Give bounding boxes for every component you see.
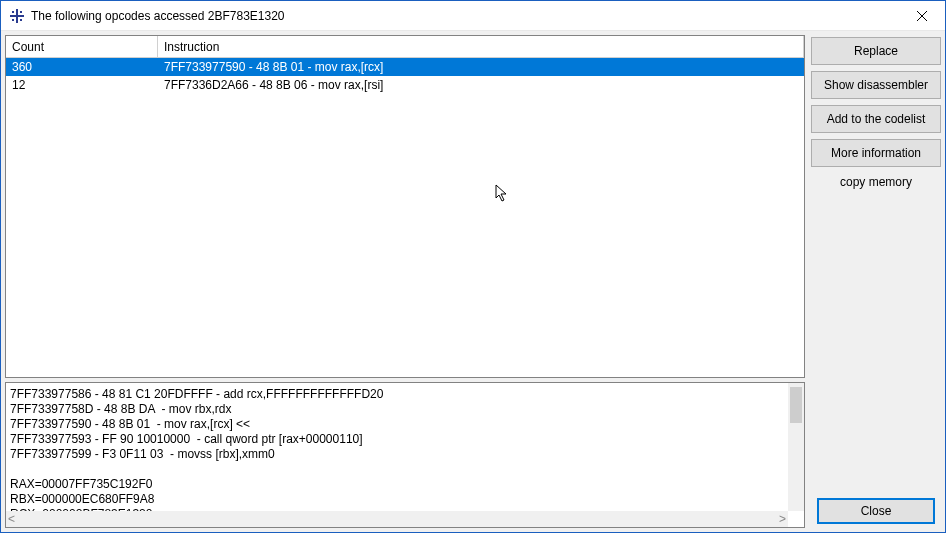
detail-horizontal-scrollbar[interactable]: < > bbox=[6, 511, 788, 527]
svg-rect-4 bbox=[12, 19, 14, 21]
svg-rect-2 bbox=[12, 11, 14, 13]
svg-rect-3 bbox=[20, 11, 22, 13]
scroll-right-icon[interactable]: > bbox=[779, 512, 786, 526]
window-root: The following opcodes accessed 2BF783E13… bbox=[0, 0, 946, 533]
copy-memory-label[interactable]: copy memory bbox=[811, 173, 941, 191]
window-close-button[interactable] bbox=[899, 1, 945, 31]
table-row[interactable]: 360 7FF733977590 - 48 8B 01 - mov rax,[r… bbox=[6, 58, 804, 76]
cell-count: 360 bbox=[6, 60, 158, 74]
header-count[interactable]: Count bbox=[6, 36, 158, 57]
list-rows[interactable]: 360 7FF733977590 - 48 8B 01 - mov rax,[r… bbox=[6, 58, 804, 377]
cell-count: 12 bbox=[6, 78, 158, 92]
svg-rect-1 bbox=[16, 9, 18, 23]
replace-button[interactable]: Replace bbox=[811, 37, 941, 65]
close-button[interactable]: Close bbox=[817, 498, 935, 524]
svg-rect-5 bbox=[20, 19, 22, 21]
detail-text[interactable]: 7FF733977586 - 48 81 C1 20FDFFFF - add r… bbox=[10, 387, 788, 511]
detail-panel: 7FF733977586 - 48 81 C1 20FDFFFF - add r… bbox=[5, 382, 805, 528]
window-title: The following opcodes accessed 2BF783E13… bbox=[31, 9, 899, 23]
opcode-list-panel: Count Instruction 360 7FF733977590 - 48 … bbox=[5, 35, 805, 378]
left-column: Count Instruction 360 7FF733977590 - 48 … bbox=[5, 35, 805, 528]
app-icon bbox=[9, 8, 25, 24]
scroll-left-icon[interactable]: < bbox=[8, 512, 15, 526]
more-information-button[interactable]: More information bbox=[811, 139, 941, 167]
scrollbar-thumb[interactable] bbox=[790, 387, 802, 423]
right-column: Replace Show disassembler Add to the cod… bbox=[811, 35, 941, 528]
cell-instruction: 7FF733977590 - 48 8B 01 - mov rax,[rcx] bbox=[158, 60, 804, 74]
list-header: Count Instruction bbox=[6, 36, 804, 58]
titlebar: The following opcodes accessed 2BF783E13… bbox=[1, 1, 945, 31]
detail-vertical-scrollbar[interactable] bbox=[788, 383, 804, 511]
client-area: Count Instruction 360 7FF733977590 - 48 … bbox=[1, 31, 945, 532]
header-instruction[interactable]: Instruction bbox=[158, 36, 804, 57]
table-row[interactable]: 12 7FF7336D2A66 - 48 8B 06 - mov rax,[rs… bbox=[6, 76, 804, 94]
cell-instruction: 7FF7336D2A66 - 48 8B 06 - mov rax,[rsi] bbox=[158, 78, 804, 92]
spacer bbox=[811, 197, 941, 492]
show-disassembler-button[interactable]: Show disassembler bbox=[811, 71, 941, 99]
add-to-codelist-button[interactable]: Add to the codelist bbox=[811, 105, 941, 133]
